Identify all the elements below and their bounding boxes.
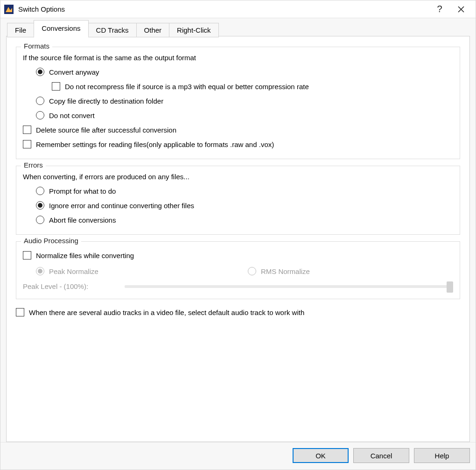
radio-convert-anyway-label: Convert anyway: [49, 68, 99, 76]
radio-prompt-label: Prompt for what to do: [49, 187, 116, 195]
titlebar: Switch Options ?: [0, 0, 476, 18]
tab-file[interactable]: File: [7, 23, 34, 37]
window-title: Switch Options: [18, 5, 429, 13]
content-area: File Conversions CD Tracks Other Right-C…: [0, 18, 476, 442]
radio-ignore[interactable]: [36, 201, 44, 210]
radio-rms-label: RMS Normalize: [261, 267, 310, 275]
group-errors-title: Errors: [21, 161, 46, 169]
group-formats: Formats If the source file format is the…: [16, 47, 460, 159]
radio-prompt[interactable]: [36, 187, 44, 195]
peak-level-row: Peak Level - (100%):: [23, 282, 453, 290]
formats-desc: If the source file format is the same as…: [23, 54, 453, 62]
radio-ignore-label: Ignore error and continue converting oth…: [49, 202, 194, 210]
check-normalize-label: Normalize files while converting: [36, 252, 134, 260]
tab-panel-conversions: Formats If the source file format is the…: [6, 36, 470, 442]
check-delete-source[interactable]: [23, 126, 31, 134]
check-normalize-row[interactable]: Normalize files while converting: [23, 249, 453, 262]
tab-conversions[interactable]: Conversions: [34, 20, 88, 36]
check-default-audio-track[interactable]: [16, 308, 24, 316]
radio-rms: [248, 267, 256, 275]
tab-other[interactable]: Other: [136, 23, 170, 37]
radio-peak-label: Peak Normalize: [49, 267, 98, 275]
radio-do-not-convert-label: Do not convert: [49, 112, 95, 119]
errors-desc: When converting, if errors are produced …: [23, 173, 453, 181]
group-audio: Audio Processing Normalize files while c…: [16, 241, 460, 299]
radio-do-not-convert-row[interactable]: Do not convert: [23, 109, 453, 122]
radio-do-not-convert[interactable]: [36, 111, 44, 119]
check-remember-settings-row[interactable]: Remember settings for reading files(only…: [23, 138, 453, 151]
group-errors: Errors When converting, if errors are pr…: [16, 166, 460, 235]
radio-peak: [36, 267, 44, 275]
close-icon[interactable]: [450, 2, 472, 17]
radio-convert-anyway[interactable]: [36, 68, 44, 76]
ok-button[interactable]: OK: [293, 448, 349, 463]
group-formats-title: Formats: [21, 42, 52, 50]
tab-rightclick[interactable]: Right-Click: [169, 23, 219, 37]
radio-abort[interactable]: [36, 216, 44, 224]
radio-prompt-row[interactable]: Prompt for what to do: [23, 184, 453, 197]
check-no-recompress-label: Do not recompress file if source is a mp…: [65, 83, 309, 91]
check-no-recompress-row[interactable]: Do not recompress file if source is a mp…: [23, 80, 453, 93]
tab-cdtracks[interactable]: CD Tracks: [88, 23, 137, 37]
slider-thumb-icon: [447, 281, 453, 293]
tab-strip: File Conversions CD Tracks Other Right-C…: [6, 20, 470, 36]
check-default-audio-track-label: When there are several audio tracks in a…: [29, 309, 304, 316]
check-remember-settings-label: Remember settings for reading files(only…: [36, 140, 274, 148]
radio-abort-label: Abort file conversions: [49, 216, 116, 224]
peak-level-slider: [125, 285, 450, 288]
help-icon[interactable]: ?: [429, 2, 450, 17]
cancel-button[interactable]: Cancel: [353, 448, 409, 463]
check-default-audio-track-row[interactable]: When there are several audio tracks in a…: [16, 306, 460, 319]
group-audio-title: Audio Processing: [21, 237, 81, 245]
peak-level-label: Peak Level - (100%):: [23, 282, 116, 290]
app-icon: [4, 5, 14, 14]
radio-copy-direct-label: Copy file directly to destination folder: [49, 97, 163, 105]
window: Switch Options ? File Conversions CD Tra…: [0, 0, 476, 470]
radio-copy-direct-row[interactable]: Copy file directly to destination folder: [23, 94, 453, 107]
radio-copy-direct[interactable]: [36, 97, 44, 105]
normalize-mode-row: Peak Normalize RMS Normalize: [23, 265, 453, 278]
check-delete-source-row[interactable]: Delete source file after successful conv…: [23, 123, 453, 136]
radio-abort-row[interactable]: Abort file conversions: [23, 213, 453, 226]
radio-convert-anyway-row[interactable]: Convert anyway: [23, 65, 453, 78]
button-bar: OK Cancel Help: [0, 442, 476, 470]
check-remember-settings[interactable]: [23, 140, 31, 148]
radio-ignore-row[interactable]: Ignore error and continue converting oth…: [23, 199, 453, 212]
radio-peak-row: Peak Normalize: [36, 265, 98, 278]
check-no-recompress[interactable]: [52, 82, 60, 91]
check-normalize[interactable]: [23, 251, 31, 260]
check-delete-source-label: Delete source file after successful conv…: [36, 126, 176, 134]
radio-rms-row: RMS Normalize: [248, 265, 310, 278]
help-button[interactable]: Help: [414, 448, 470, 463]
